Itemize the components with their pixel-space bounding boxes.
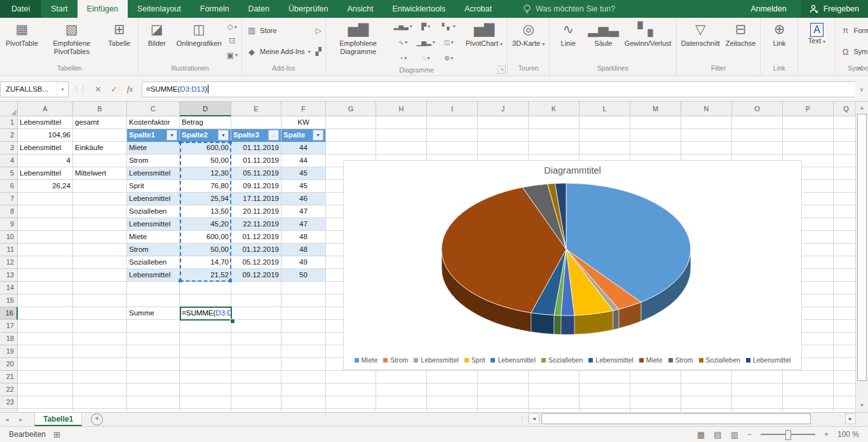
cell-A19[interactable]	[18, 345, 73, 358]
tab-datei[interactable]: Datei	[0, 0, 41, 18]
cell-G23[interactable]	[326, 396, 376, 409]
zoom-in-icon[interactable]: +	[824, 430, 829, 439]
legend-item[interactable]: Lebensmittel	[746, 356, 791, 364]
cell-D10[interactable]: 600,00	[180, 231, 231, 244]
tab-formeln[interactable]: Formeln	[191, 0, 239, 18]
formula-input[interactable]: =SUMME(D3:D13)	[142, 81, 855, 97]
cell-E11[interactable]: 01.12.2019	[231, 244, 281, 256]
cancel-icon[interactable]: ✕	[90, 85, 106, 94]
cell-D4[interactable]: 50,00	[180, 155, 231, 167]
cell-F17[interactable]	[281, 320, 326, 333]
tab-seitenlayout[interactable]: Seitenlayout	[128, 0, 191, 18]
column-header-M[interactable]: M	[630, 102, 681, 116]
cell-Q21[interactable]	[834, 371, 855, 383]
legend-item[interactable]: Lebensmittel	[588, 356, 634, 364]
enter-icon[interactable]: ✓	[106, 85, 122, 94]
cell-H2[interactable]	[376, 129, 427, 142]
insert-waterfall-chart-button[interactable]: ▘▖▾	[438, 18, 460, 34]
cell-F7[interactable]: 46	[281, 193, 326, 205]
cell-B18[interactable]	[73, 333, 127, 345]
tab-start[interactable]: Start	[41, 0, 77, 18]
cell-D13[interactable]: 21,52	[180, 269, 231, 282]
cell-F11[interactable]: 48	[281, 244, 326, 256]
row-header-18[interactable]: 18	[0, 333, 18, 345]
smartart-button[interactable]: ⊡	[225, 35, 240, 47]
legend-item[interactable]: Strom	[668, 356, 693, 364]
cell-A11[interactable]	[18, 244, 73, 256]
cell-Q17[interactable]	[834, 320, 855, 333]
filter-dropdown-icon[interactable]: ▼	[313, 130, 323, 141]
insert-radar-chart-button[interactable]: ⊛▾	[438, 50, 460, 66]
legend-item[interactable]: Sprit	[465, 356, 485, 364]
cell-D21[interactable]	[180, 371, 231, 383]
column-header-P[interactable]: P	[783, 102, 834, 116]
filter-dropdown-icon[interactable]: ▼	[218, 130, 229, 141]
cell-C5[interactable]: Lebensmittel	[127, 167, 180, 180]
cell-B12[interactable]	[73, 256, 127, 269]
cell-C3[interactable]: Miete	[127, 142, 180, 155]
cell-L1[interactable]	[580, 116, 630, 129]
range-handle[interactable]	[229, 279, 232, 282]
cell-A14[interactable]	[18, 282, 73, 294]
cell-D11[interactable]: 50,00	[180, 244, 231, 256]
cell-Q20[interactable]	[834, 358, 855, 371]
cell-L23[interactable]	[580, 396, 630, 409]
row-header-4[interactable]: 4	[0, 155, 18, 167]
cell-M3[interactable]	[630, 142, 681, 155]
cell-J22[interactable]	[478, 383, 529, 396]
cell-Q3[interactable]	[834, 142, 855, 155]
cell-C21[interactable]	[127, 371, 180, 383]
row-header-16[interactable]: 16	[0, 307, 18, 320]
range-handle[interactable]	[179, 141, 182, 144]
datenschnitt-button[interactable]: ▽Datenschnitt	[679, 18, 722, 64]
row-header-11[interactable]: 11	[0, 244, 18, 256]
zeitachse-button[interactable]: ⊟Zeitachse	[723, 18, 759, 64]
worksheet-grid[interactable]: ABCDEFGHIJKLMNOPQ1LebensmittelgesamtKost…	[0, 102, 855, 412]
cell-C7[interactable]: Lebensmittel	[127, 193, 180, 205]
cell-A13[interactable]	[18, 269, 73, 282]
cell-D7[interactable]: 25,94	[180, 193, 231, 205]
cell-G22[interactable]	[326, 383, 376, 396]
pie-chart-object[interactable]: Diagrammtitel MieteStromLebensmittelSpri…	[343, 160, 802, 370]
insert-combo-chart-button[interactable]: ◫▾	[438, 34, 460, 50]
row-header-13[interactable]: 13	[0, 269, 18, 282]
row-header-20[interactable]: 20	[0, 358, 18, 371]
sort-filter-icon[interactable]: ↓	[268, 130, 279, 141]
cell-A10[interactable]	[18, 231, 73, 244]
cell-E16[interactable]	[231, 307, 281, 320]
column-header-N[interactable]: N	[681, 102, 732, 116]
cell-D9[interactable]: 45,20	[180, 218, 231, 231]
cell-K21[interactable]	[529, 371, 580, 383]
cell-E17[interactable]	[231, 320, 281, 333]
cell-Q9[interactable]	[834, 218, 855, 231]
insert-line-chart-button[interactable]: ∿▾	[392, 34, 414, 50]
column-header-B[interactable]: B	[73, 102, 127, 116]
cell-P1[interactable]	[783, 116, 834, 129]
cell-L3[interactable]	[580, 142, 630, 155]
column-header-E[interactable]: E	[231, 102, 281, 116]
cell-K1[interactable]	[529, 116, 580, 129]
legend-item[interactable]: Sozialleben	[541, 356, 583, 364]
cell-N2[interactable]	[681, 129, 732, 142]
scroll-down-icon[interactable]: ▼	[856, 400, 868, 411]
row-header-19[interactable]: 19	[0, 345, 18, 358]
cell-O1[interactable]	[732, 116, 783, 129]
cell-C15[interactable]	[127, 294, 180, 307]
cell-N22[interactable]	[681, 383, 732, 396]
cell-G3[interactable]	[326, 142, 376, 155]
cell-J3[interactable]	[478, 142, 529, 155]
cell-J2[interactable]	[478, 129, 529, 142]
cell-A4[interactable]: 4	[18, 155, 73, 167]
cell-M2[interactable]	[630, 129, 681, 142]
tab-entwicklertools[interactable]: Entwicklertools	[383, 0, 455, 18]
cell-C13[interactable]: Lebensmittel	[127, 269, 180, 282]
column-header-K[interactable]: K	[529, 102, 580, 116]
column-header-J[interactable]: J	[478, 102, 529, 116]
tab-ansicht[interactable]: Ansicht	[338, 0, 383, 18]
vertical-scrollbar[interactable]: ▲ ▼	[855, 102, 868, 412]
link-button[interactable]: ⊕Link	[763, 18, 796, 64]
cell-G1[interactable]	[326, 116, 376, 129]
cell-C4[interactable]: Strom	[127, 155, 180, 167]
tab-daten[interactable]: Daten	[239, 0, 279, 18]
cell-C22[interactable]	[127, 383, 180, 396]
